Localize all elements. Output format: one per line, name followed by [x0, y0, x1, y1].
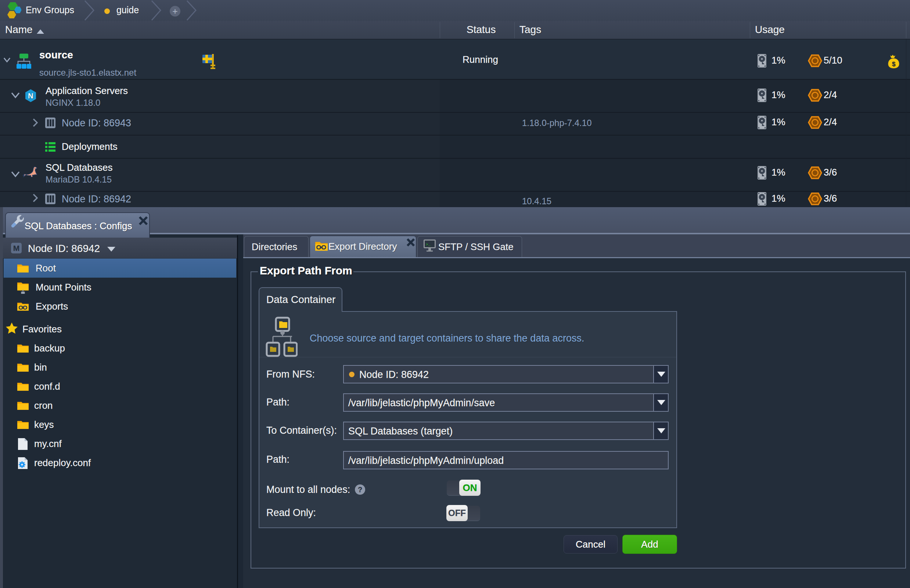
- svg-text:N: N: [28, 92, 33, 100]
- svg-text:>_: >_: [426, 242, 431, 247]
- svg-text:$: $: [892, 61, 895, 68]
